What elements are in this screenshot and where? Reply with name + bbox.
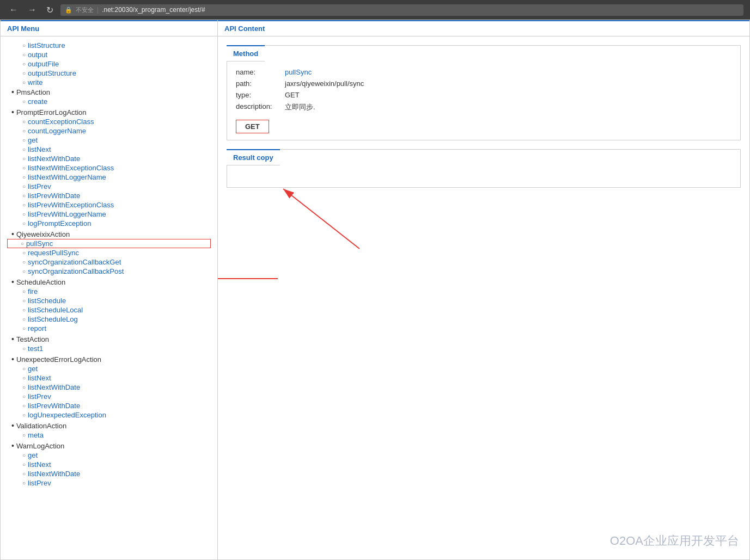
list-item[interactable]: ○listNextWithDate (7, 383, 211, 392)
list-item[interactable]: ○report (7, 324, 211, 333)
list-item[interactable]: ○syncOrganizationCallbackPost (7, 267, 211, 276)
menu-link[interactable]: listPrev (28, 392, 51, 401)
menu-link[interactable]: logUnexpectedException (28, 411, 106, 419)
menu-link[interactable]: get (28, 365, 38, 373)
list-item[interactable]: ○listScheduleLog (7, 315, 211, 324)
circle-icon: ○ (22, 259, 26, 265)
section-label: • ValidationAction (7, 421, 211, 430)
list-item[interactable]: ○ listStructure (7, 41, 211, 50)
menu-link[interactable]: listScheduleLocal (28, 306, 83, 314)
list-item[interactable]: ○logPromptException (7, 219, 211, 228)
menu-link[interactable]: listPrevWithLoggerName (28, 210, 106, 218)
svg-line-3 (283, 189, 359, 249)
menu-link[interactable]: listNext (28, 460, 51, 469)
list-item[interactable]: ○ write (7, 78, 211, 87)
menu-link[interactable]: countExceptionClass (28, 118, 94, 126)
menu-link[interactable]: countLoggerName (28, 127, 86, 135)
menu-link[interactable]: syncOrganizationCallbackPost (28, 267, 124, 275)
list-item[interactable]: ○listNextWithExceptionClass (7, 163, 211, 173)
menu-link[interactable]: get (28, 136, 38, 144)
list-item[interactable]: ○ create (7, 97, 211, 106)
menu-link[interactable]: report (28, 324, 46, 333)
list-item[interactable]: ○listPrev (7, 182, 211, 191)
address-bar[interactable]: 🔒 不安全 | .net:20030/x_program_center/jest… (60, 4, 743, 16)
list-item[interactable]: ○requestPullSync (7, 248, 211, 257)
method-row-type: type: GET (236, 91, 731, 99)
menu-link[interactable]: listNext (28, 374, 51, 382)
menu-link[interactable]: syncOrganizationCallbackGet (28, 258, 121, 266)
menu-link-write[interactable]: write (28, 78, 42, 87)
menu-link[interactable]: listNextWithDate (28, 383, 80, 391)
circle-icon: ○ (22, 183, 26, 189)
list-item[interactable]: ○listNext (7, 145, 211, 154)
menu-link-fire[interactable]: fire (28, 287, 38, 296)
list-item[interactable]: ○listNextWithDate (7, 469, 211, 478)
menu-link[interactable]: listNextWithDate (28, 470, 80, 478)
back-button[interactable]: ← (7, 4, 21, 16)
list-item[interactable]: ○get (7, 136, 211, 145)
list-item[interactable]: ○listPrev (7, 392, 211, 401)
circle-icon: ○ (22, 220, 26, 226)
list-item[interactable]: ○listPrevWithDate (7, 191, 211, 200)
menu-link[interactable]: listStructure (28, 41, 65, 50)
menu-link[interactable]: meta (28, 431, 44, 439)
list-item[interactable]: ○ output (7, 50, 211, 59)
list-item[interactable]: ○listPrevWithExceptionClass (7, 200, 211, 210)
forward-button[interactable]: → (25, 4, 39, 16)
list-item[interactable]: ○listPrev (7, 478, 211, 488)
method-body: name: pullSync path: jaxrs/qiyeweixin/pu… (227, 61, 740, 140)
menu-link[interactable]: listPrev (28, 479, 51, 487)
menu-link[interactable]: listNextWithExceptionClass (28, 164, 114, 172)
menu-link[interactable]: requestPullSync (28, 249, 79, 257)
menu-link[interactable]: listPrev (28, 182, 51, 190)
menu-link[interactable]: output (28, 51, 47, 59)
menu-link[interactable]: test1 (28, 344, 43, 353)
circle-icon: ○ (22, 288, 26, 294)
list-item[interactable]: ○ outputStructure (7, 69, 211, 78)
menu-link[interactable]: listSchedule (28, 297, 66, 305)
list-item[interactable]: ○listNextWithDate (7, 154, 211, 163)
circle-icon: ○ (22, 452, 26, 458)
list-item[interactable]: ○listPrevWithLoggerName (7, 210, 211, 219)
list-item[interactable]: ○listNext (7, 460, 211, 469)
menu-link[interactable]: listPrevWithDate (28, 402, 80, 410)
menu-link[interactable]: create (28, 97, 47, 106)
menu-link[interactable]: get (28, 451, 38, 459)
list-item[interactable]: ○listScheduleLocal (7, 305, 211, 315)
circle-icon: ○ (22, 128, 26, 134)
menu-content[interactable]: ○ listStructure ○ output ○ outputFile ○ … (1, 36, 217, 559)
tree-group-qiyeweixin: • QiyeweixixAction ○ pullSync ○requestPu… (7, 229, 211, 276)
list-item[interactable]: ○listPrevWithDate (7, 401, 211, 410)
list-item[interactable]: ○get (7, 451, 211, 460)
menu-link[interactable]: outputStructure (28, 69, 76, 77)
menu-link[interactable]: listNextWithLoggerName (28, 173, 106, 181)
list-item-pullsync[interactable]: ○ pullSync (7, 239, 211, 248)
menu-link[interactable]: logPromptException (28, 219, 91, 227)
api-menu-header: API Menu (1, 20, 217, 36)
list-item[interactable]: ○listNextWithLoggerName (7, 173, 211, 182)
get-button[interactable]: GET (236, 120, 269, 133)
menu-link[interactable]: outputFile (28, 60, 59, 68)
list-item[interactable]: ○syncOrganizationCallbackGet (7, 257, 211, 267)
menu-link[interactable]: listNext (28, 145, 51, 153)
list-item[interactable]: ○test1 (7, 344, 211, 353)
list-item-fire[interactable]: ○fire (7, 287, 211, 296)
menu-link[interactable]: listPrevWithDate (28, 192, 80, 200)
circle-icon: ○ (22, 325, 26, 331)
menu-link[interactable]: listPrevWithExceptionClass (28, 201, 114, 209)
circle-icon: ○ (22, 193, 26, 199)
list-item[interactable]: ○get (7, 364, 211, 373)
circle-icon: ○ (22, 137, 26, 143)
list-item[interactable]: ○listNext (7, 373, 211, 383)
menu-link[interactable]: listNextWithDate (28, 155, 80, 163)
list-item[interactable]: ○listSchedule (7, 296, 211, 305)
menu-link-pullsync[interactable]: pullSync (26, 239, 53, 248)
list-item[interactable]: ○logUnexpectedException (7, 410, 211, 420)
refresh-button[interactable]: ↻ (44, 4, 56, 16)
circle-icon: ○ (22, 174, 26, 180)
list-item[interactable]: ○meta (7, 430, 211, 440)
list-item[interactable]: ○countExceptionClass (7, 117, 211, 126)
list-item[interactable]: ○ outputFile (7, 59, 211, 69)
menu-link[interactable]: listScheduleLog (28, 315, 78, 323)
list-item[interactable]: ○countLoggerName (7, 126, 211, 136)
